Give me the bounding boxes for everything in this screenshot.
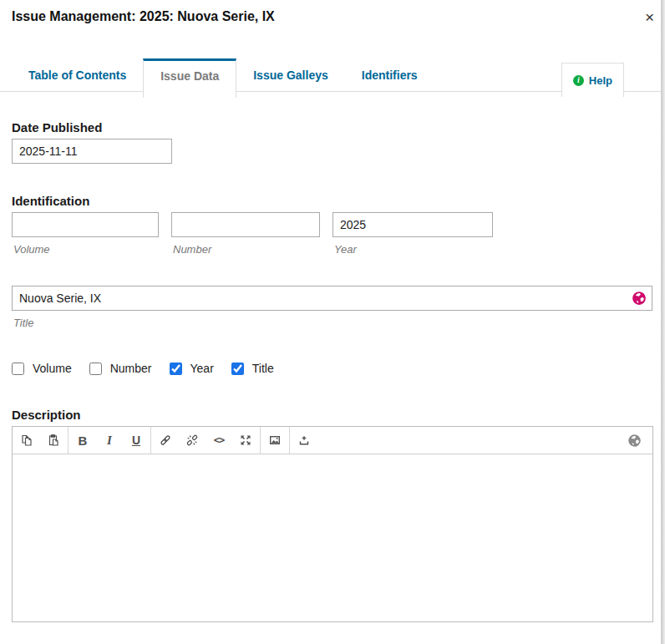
volume-label: Volume <box>13 243 50 256</box>
copy-icon[interactable] <box>13 427 40 454</box>
toggle-title[interactable]: Title <box>231 362 274 375</box>
toggle-year[interactable]: Year <box>170 362 214 375</box>
number-label: Number <box>173 243 211 256</box>
modal-edge-shadow <box>661 0 665 644</box>
help-button[interactable]: i Help <box>561 63 624 97</box>
tab-issue-data[interactable]: Issue Data <box>143 58 236 98</box>
help-label: Help <box>589 74 612 87</box>
description-editor: B I U <> <box>12 426 653 622</box>
fullscreen-icon[interactable] <box>232 427 259 454</box>
toggle-volume[interactable]: Volume <box>12 362 72 375</box>
title-field-wrap <box>12 286 652 311</box>
tab-issue-galleys[interactable]: Issue Galleys <box>236 58 345 91</box>
year-checkbox[interactable] <box>170 363 182 375</box>
paste-icon[interactable] <box>40 427 67 454</box>
description-heading: Description <box>12 408 81 422</box>
link-icon[interactable] <box>152 427 179 454</box>
number-checkbox[interactable] <box>89 363 102 375</box>
tab-identifiers[interactable]: Identifiers <box>345 58 434 91</box>
year-input[interactable] <box>332 212 493 237</box>
upload-icon[interactable] <box>291 427 317 454</box>
bold-icon[interactable]: B <box>69 427 96 454</box>
toggle-number[interactable]: Number <box>89 362 152 375</box>
volume-checkbox[interactable] <box>12 363 24 375</box>
date-published-input[interactable] <box>12 139 172 164</box>
source-code-icon[interactable]: <> <box>206 427 232 454</box>
info-icon: i <box>573 75 584 86</box>
date-published-heading: Date Published <box>12 120 102 134</box>
image-icon[interactable] <box>261 427 288 454</box>
volume-input[interactable] <box>12 212 159 237</box>
description-textarea[interactable] <box>13 454 652 621</box>
tab-table-of-contents[interactable]: Table of Contents <box>12 58 143 91</box>
editor-toolbar: B I U <> <box>13 427 652 454</box>
display-toggles-row: Volume Number Year Title <box>12 362 292 375</box>
unlink-icon[interactable] <box>179 427 206 454</box>
modal-title: Issue Management: 2025: Nuova Serie, IX <box>12 9 275 24</box>
number-input[interactable] <box>171 212 320 237</box>
underline-icon[interactable]: U <box>123 427 150 454</box>
language-globe-icon[interactable] <box>632 291 647 306</box>
title-input[interactable] <box>12 286 652 311</box>
italic-icon[interactable]: I <box>96 427 123 454</box>
identification-heading: Identification <box>12 194 89 208</box>
year-label: Year <box>334 243 357 256</box>
editor-language-globe-icon[interactable] <box>621 427 647 454</box>
title-label: Title <box>13 317 33 329</box>
title-checkbox[interactable] <box>231 363 244 375</box>
close-icon[interactable]: × <box>645 9 654 25</box>
